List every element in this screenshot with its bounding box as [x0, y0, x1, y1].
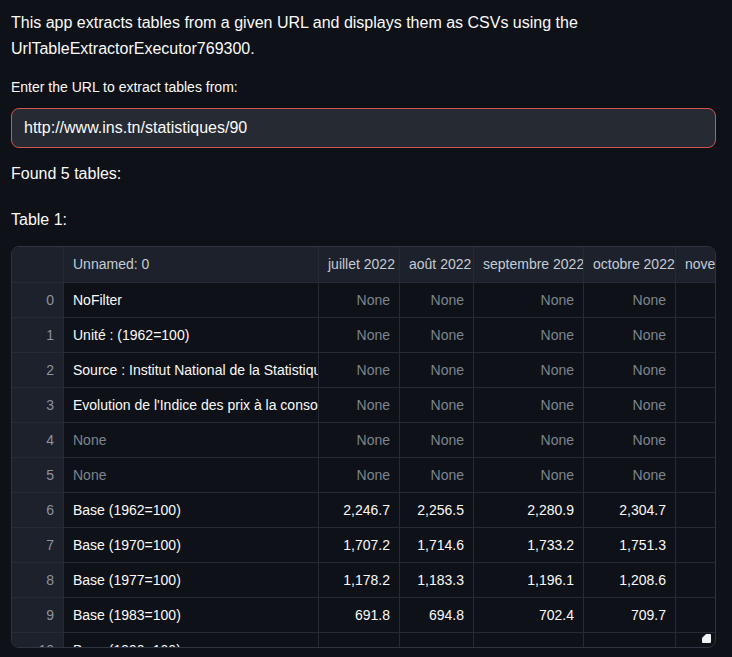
table-cell[interactable]: None	[584, 388, 676, 422]
row-index-cell[interactable]: 0	[12, 283, 64, 317]
table-cell[interactable]: None	[474, 318, 584, 352]
row-index-cell[interactable]: 6	[12, 493, 64, 527]
table-cell[interactable]: None	[64, 423, 319, 457]
table-cell[interactable]: 694.8	[400, 598, 474, 632]
table-cell[interactable]	[584, 633, 676, 648]
table-cell[interactable]: None	[584, 423, 676, 457]
table-cell[interactable]: 691.8	[319, 598, 400, 632]
row-index-cell[interactable]: 2	[12, 353, 64, 387]
table-cell[interactable]	[676, 318, 716, 352]
table-cell[interactable]: 1,714.6	[400, 528, 474, 562]
row-index-cell[interactable]: 9	[12, 598, 64, 632]
url-input[interactable]	[11, 108, 716, 148]
table-cell[interactable]: None	[474, 388, 584, 422]
table-caption: Table 1:	[11, 210, 721, 230]
table-row: 8Base (1977=100)1,178.21,183.31,196.11,2…	[12, 563, 716, 598]
table-cell[interactable]	[676, 283, 716, 317]
row-index-cell[interactable]: 1	[12, 318, 64, 352]
column-header[interactable]: octobre 2022	[584, 247, 676, 282]
table-cell[interactable]: None	[584, 353, 676, 387]
table-cell[interactable]: None	[319, 318, 400, 352]
table-cell[interactable]	[676, 388, 716, 422]
table-cell[interactable]: Base (1962=100)	[64, 493, 319, 527]
table-cell[interactable]: None	[400, 388, 474, 422]
table-row: 10Base (1990=100)	[12, 633, 716, 648]
table-row: 1Unité : (1962=100)NoneNoneNoneNone	[12, 318, 716, 353]
table-cell[interactable]	[676, 563, 716, 597]
url-input-label: Enter the URL to extract tables from:	[11, 78, 721, 96]
table-cell[interactable]: None	[584, 318, 676, 352]
column-header[interactable]: septembre 2022	[474, 247, 584, 282]
table-cell[interactable]: 1,183.3	[400, 563, 474, 597]
row-index-cell[interactable]: 3	[12, 388, 64, 422]
table-cell[interactable]: None	[400, 283, 474, 317]
table-cell[interactable]: None	[400, 318, 474, 352]
row-index-cell[interactable]: 10	[12, 633, 64, 648]
row-index-cell[interactable]: 4	[12, 423, 64, 457]
table-cell[interactable]	[676, 528, 716, 562]
row-index-cell[interactable]: 5	[12, 458, 64, 492]
table-cell[interactable]	[676, 598, 716, 632]
table-cell[interactable]: Base (1983=100)	[64, 598, 319, 632]
table-cell[interactable]: Source : Institut National de la Statist…	[64, 353, 319, 387]
table-cell[interactable]: 702.4	[474, 598, 584, 632]
table-cell[interactable]: 2,246.7	[319, 493, 400, 527]
table-cell[interactable]: 1,751.3	[584, 528, 676, 562]
corner-header-cell[interactable]	[12, 247, 64, 282]
table-cell[interactable]: None	[400, 353, 474, 387]
column-header[interactable]: Unnamed: 0	[64, 247, 319, 282]
column-header[interactable]: juillet 2022	[319, 247, 400, 282]
table-row: 0NoFilterNoneNoneNoneNone	[12, 283, 716, 318]
table-row: 7Base (1970=100)1,707.21,714.61,733.21,7…	[12, 528, 716, 563]
table-cell[interactable]: None	[319, 353, 400, 387]
table-cell[interactable]: None	[319, 283, 400, 317]
found-tables-text: Found 5 tables:	[11, 164, 721, 184]
table-cell[interactable]	[319, 633, 400, 648]
table-cell[interactable]: None	[474, 283, 584, 317]
table-cell[interactable]	[474, 633, 584, 648]
dataframe-grid: Unnamed: 0juillet 2022août 2022septembre…	[12, 247, 715, 648]
table-cell[interactable]: Evolution de l'Indice des prix à la cons…	[64, 388, 319, 422]
row-index-cell[interactable]: 8	[12, 563, 64, 597]
table-cell[interactable]: 1,733.2	[474, 528, 584, 562]
table-cell[interactable]: None	[319, 388, 400, 422]
column-header[interactable]: novembre 2022	[676, 247, 716, 282]
table-cell[interactable]	[400, 633, 474, 648]
table-cell[interactable]: None	[584, 458, 676, 492]
table-cell[interactable]: Base (1977=100)	[64, 563, 319, 597]
table-cell[interactable]: Base (1970=100)	[64, 528, 319, 562]
table-cell[interactable]: None	[319, 423, 400, 457]
table-cell[interactable]	[676, 493, 716, 527]
table-cell[interactable]	[676, 423, 716, 457]
table-cell[interactable]: 1,707.2	[319, 528, 400, 562]
table-cell[interactable]: None	[584, 283, 676, 317]
table-cell[interactable]: NoFilter	[64, 283, 319, 317]
table-row: 2Source : Institut National de la Statis…	[12, 353, 716, 388]
table-cell[interactable]: None	[474, 353, 584, 387]
table-cell[interactable]	[676, 353, 716, 387]
table-cell[interactable]: None	[474, 423, 584, 457]
table-cell[interactable]: Unité : (1962=100)	[64, 318, 319, 352]
table-row: 3Evolution de l'Indice des prix à la con…	[12, 388, 716, 423]
table-cell[interactable]	[676, 458, 716, 492]
column-header[interactable]: août 2022	[400, 247, 474, 282]
table-cell[interactable]: 2,304.7	[584, 493, 676, 527]
table-cell[interactable]: 1,178.2	[319, 563, 400, 597]
table-cell[interactable]: Base (1990=100)	[64, 633, 319, 648]
app-root: This app extracts tables from a given UR…	[11, 10, 721, 648]
table-cell[interactable]: None	[400, 423, 474, 457]
table-cell[interactable]: 1,196.1	[474, 563, 584, 597]
dataframe: Unnamed: 0juillet 2022août 2022septembre…	[11, 246, 716, 648]
row-index-cell[interactable]: 7	[12, 528, 64, 562]
table-row: 4NoneNoneNoneNoneNone	[12, 423, 716, 458]
table-cell[interactable]: 2,280.9	[474, 493, 584, 527]
table-cell[interactable]: None	[400, 458, 474, 492]
table-cell[interactable]: None	[64, 458, 319, 492]
table-cell[interactable]: None	[474, 458, 584, 492]
table-header-row: Unnamed: 0juillet 2022août 2022septembre…	[12, 247, 716, 283]
table-cell[interactable]: None	[319, 458, 400, 492]
table-row: 6Base (1962=100)2,246.72,256.52,280.92,3…	[12, 493, 716, 528]
table-cell[interactable]: 2,256.5	[400, 493, 474, 527]
table-cell[interactable]: 1,208.6	[584, 563, 676, 597]
table-cell[interactable]: 709.7	[584, 598, 676, 632]
